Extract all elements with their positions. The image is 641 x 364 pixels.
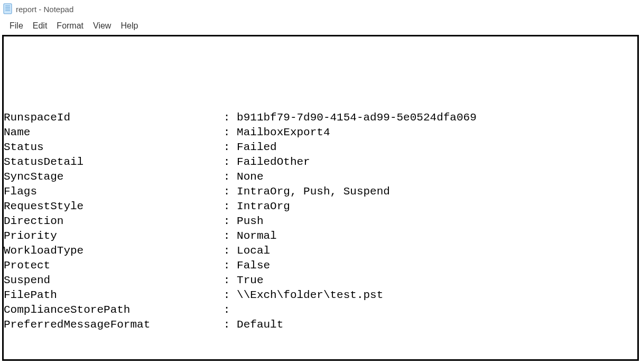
notepad-icon xyxy=(3,3,13,15)
editor-frame xyxy=(2,35,639,361)
titlebar: report - Notepad xyxy=(0,0,641,18)
window-title: report - Notepad xyxy=(16,5,73,14)
text-editor[interactable] xyxy=(4,36,637,359)
menu-format[interactable]: Format xyxy=(52,19,88,33)
menubar: File Edit Format View Help xyxy=(0,18,641,34)
menu-help[interactable]: Help xyxy=(116,19,142,33)
menu-edit[interactable]: Edit xyxy=(29,19,52,33)
menu-view[interactable]: View xyxy=(89,19,115,33)
menu-file[interactable]: File xyxy=(5,19,27,33)
